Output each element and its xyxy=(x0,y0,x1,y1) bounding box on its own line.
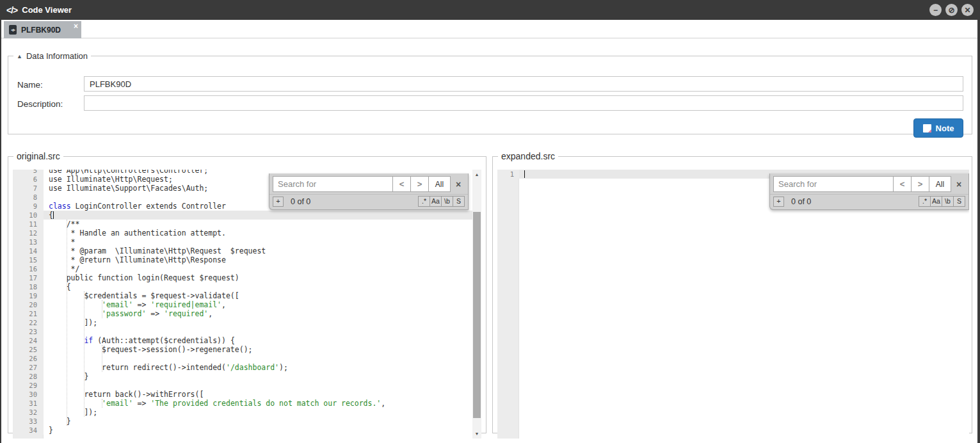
window-frame-right xyxy=(977,0,980,443)
code-line: 17 public function login(Request $reques… xyxy=(13,273,472,282)
search-count: 0 of 0 xyxy=(791,197,811,206)
code-text: use App\Http\Controllers\Controller; xyxy=(44,170,208,175)
code-line: 27 return redirect()->intended('/dashboa… xyxy=(13,363,472,372)
search-options: .* Aa \b S xyxy=(419,196,465,207)
code-text: { xyxy=(44,211,54,220)
scrollbar-thumb[interactable] xyxy=(473,212,481,418)
minimize-button[interactable]: − xyxy=(929,4,942,16)
search-row-options: + 0 of 0 .* Aa \b S xyxy=(770,194,968,209)
expanded-editor[interactable]: 1 < > All × + 0 of 0 .* Aa \b xyxy=(497,170,969,439)
code-text xyxy=(44,193,49,202)
search-option-regex[interactable]: .* xyxy=(418,196,430,207)
tab-close-icon[interactable]: × xyxy=(74,22,78,31)
line-number-gutter xyxy=(497,170,519,439)
line-number: 8 xyxy=(13,193,44,202)
search-option-word[interactable]: \b xyxy=(942,196,954,207)
line-number: 14 xyxy=(13,246,44,255)
line-number: 17 xyxy=(13,273,44,282)
line-number: 24 xyxy=(13,336,44,345)
code-line: 30 return back()->withErrors([ xyxy=(13,390,472,399)
code-text: if (Auth::attempt($credentials)) { xyxy=(44,336,235,345)
scroll-down-arrow[interactable]: ▼ xyxy=(472,429,481,439)
search-option-case[interactable]: Aa xyxy=(430,196,442,207)
search-option-word[interactable]: \b xyxy=(441,196,453,207)
tab-plfbk90d[interactable]: PLFBK90D × xyxy=(4,21,81,38)
line-number: 23 xyxy=(13,327,44,336)
note-icon xyxy=(923,124,931,133)
code-text: * xyxy=(44,238,76,246)
indent-guide xyxy=(84,291,84,417)
vertical-scrollbar: ▲ ▼ xyxy=(472,170,481,439)
description-field[interactable] xyxy=(84,95,963,111)
line-number: 20 xyxy=(13,300,44,309)
code-line: 24 if (Auth::attempt($credentials)) { xyxy=(13,336,472,345)
search-option-selection[interactable]: S xyxy=(953,196,965,207)
title-bar: </> Code Viewer − ⊘ ✕ xyxy=(0,0,980,20)
code-line: 16 */ xyxy=(13,264,472,273)
data-information-section: ▲Data Information Name: Description: Not… xyxy=(8,51,972,134)
original-editor[interactable]: 5use App\Http\Controllers\Controller;6us… xyxy=(13,170,481,439)
indent-guide xyxy=(102,300,102,318)
file-code-icon xyxy=(9,25,17,35)
code-line: 34} xyxy=(13,426,472,435)
line-number: 12 xyxy=(13,229,44,238)
window-frame-left xyxy=(0,0,1,443)
tab-strip: PLFBK90D × xyxy=(0,20,980,38)
line-number: 1 xyxy=(497,170,519,179)
search-expand-button[interactable]: + xyxy=(773,197,784,207)
search-prev-button[interactable]: < xyxy=(393,176,411,192)
code-text: * @param \Illuminate\Http\Request $reque… xyxy=(44,246,266,255)
restore-button[interactable]: ⊘ xyxy=(945,4,958,16)
text-cursor xyxy=(524,170,525,178)
search-count: 0 of 0 xyxy=(291,197,310,206)
original-src-panel: original.src 5use App\Http\Controllers\C… xyxy=(8,151,486,433)
code-text: return back()->withErrors([ xyxy=(44,390,204,399)
code-line: 11 /** xyxy=(13,220,472,229)
name-field[interactable] xyxy=(84,76,963,92)
search-expand-button[interactable]: + xyxy=(273,197,284,207)
code-line: 18 { xyxy=(13,282,472,291)
code-text: * @return \Illuminate\Http\Response xyxy=(44,255,226,264)
search-next-button[interactable]: > xyxy=(411,176,429,192)
window-controls: − ⊘ ✕ xyxy=(929,4,974,16)
search-option-case[interactable]: Aa xyxy=(930,196,942,207)
line-number: 33 xyxy=(13,417,44,426)
line-number: 5 xyxy=(13,170,44,175)
search-close-icon[interactable]: × xyxy=(452,179,465,189)
line-number: 7 xyxy=(13,184,44,193)
line-number: 34 xyxy=(13,426,44,435)
code-text: 'email' => 'required|email', xyxy=(44,300,226,309)
code-line: 19 $credentials = $request->validate([ xyxy=(13,291,472,300)
note-button[interactable]: Note xyxy=(913,118,963,138)
expanded-src-panel: expanded.src 1 < > All × + 0 of 0 .* xyxy=(492,151,972,433)
search-option-selection[interactable]: S xyxy=(453,196,465,207)
line-number: 29 xyxy=(13,381,44,390)
line-number: 6 xyxy=(13,175,44,184)
code-text xyxy=(44,381,49,390)
code-text: ]); xyxy=(44,318,97,327)
indent-guide xyxy=(102,345,102,372)
search-overlay: < > All × + 0 of 0 .* Aa \b S xyxy=(269,173,469,210)
line-number: 26 xyxy=(13,354,44,363)
code-line: 10{ xyxy=(13,211,472,220)
search-option-regex[interactable]: .* xyxy=(919,196,931,207)
app-logo-icon: </> xyxy=(6,5,17,15)
search-row-options: + 0 of 0 .* Aa \b S xyxy=(269,194,468,209)
code-line: 23 xyxy=(13,327,472,336)
line-number: 13 xyxy=(13,238,44,246)
scroll-up-arrow[interactable]: ▲ xyxy=(472,170,481,179)
search-all-button[interactable]: All xyxy=(429,176,451,192)
search-input[interactable] xyxy=(273,176,393,192)
search-all-button[interactable]: All xyxy=(929,176,951,192)
search-prev-button[interactable]: < xyxy=(894,176,912,192)
original-src-legend: original.src xyxy=(13,151,63,161)
search-close-icon[interactable]: × xyxy=(952,179,965,189)
collapse-icon[interactable]: ▲ xyxy=(17,53,22,60)
code-viewer-window: </> Code Viewer − ⊘ ✕ PLFBK90D × ▲Data I… xyxy=(0,0,980,443)
line-number: 32 xyxy=(13,408,44,417)
close-button[interactable]: ✕ xyxy=(961,4,974,16)
code-line: 12 * Handle an authentication attempt. xyxy=(13,229,472,238)
search-next-button[interactable]: > xyxy=(912,176,929,192)
search-input[interactable] xyxy=(773,176,894,192)
data-information-legend: ▲Data Information xyxy=(13,51,91,61)
